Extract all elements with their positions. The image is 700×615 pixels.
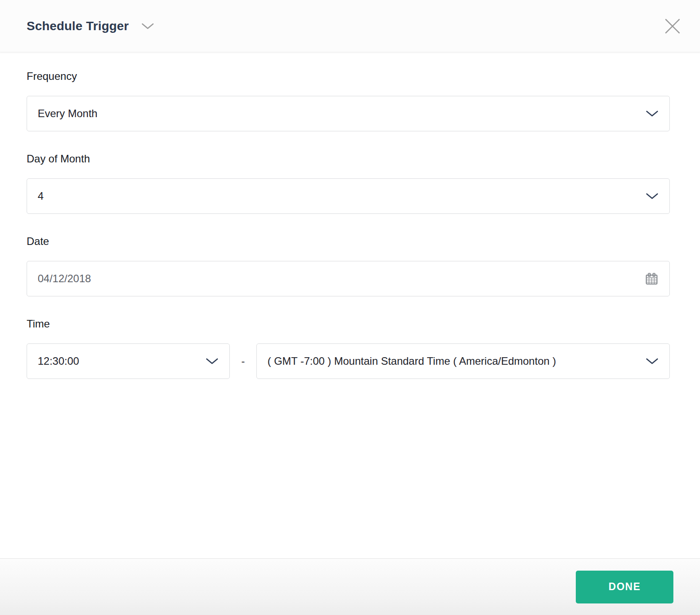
- frequency-section: Frequency Every Month: [27, 70, 670, 131]
- timezone-value: ( GMT -7:00 ) Mountain Standard Time ( A…: [267, 355, 638, 367]
- modal-body: Frequency Every Month Day of Month 4: [0, 52, 700, 558]
- frequency-value: Every Month: [38, 107, 638, 120]
- modal-header: Schedule Trigger: [0, 0, 700, 52]
- time-separator: -: [230, 355, 256, 367]
- date-section: Date 04/12/2018: [27, 235, 670, 296]
- frequency-label: Frequency: [27, 70, 670, 83]
- chevron-down-icon: [205, 357, 219, 365]
- time-section: Time 12:30:00 - ( GMT -7:00 ) Mountain S…: [27, 318, 670, 379]
- day-of-month-select[interactable]: 4: [27, 178, 670, 214]
- time-select[interactable]: 12:30:00: [27, 343, 230, 379]
- timezone-select[interactable]: ( GMT -7:00 ) Mountain Standard Time ( A…: [256, 343, 670, 379]
- time-row: 12:30:00 - ( GMT -7:00 ) Mountain Standa…: [27, 343, 670, 379]
- calendar-icon[interactable]: [645, 272, 659, 286]
- day-of-month-label: Day of Month: [27, 153, 670, 165]
- time-value: 12:30:00: [38, 355, 198, 367]
- done-button[interactable]: DONE: [576, 571, 673, 603]
- close-icon[interactable]: [662, 16, 683, 37]
- chevron-down-icon: [645, 357, 659, 365]
- title-chevron-down-icon[interactable]: [141, 22, 154, 30]
- date-input[interactable]: 04/12/2018: [27, 261, 670, 296]
- chevron-down-icon: [645, 192, 659, 200]
- time-label: Time: [27, 318, 670, 330]
- date-label: Date: [27, 235, 670, 248]
- page-title: Schedule Trigger: [27, 19, 129, 33]
- schedule-trigger-modal: Schedule Trigger Frequency Every Month: [0, 0, 700, 615]
- chevron-down-icon: [645, 110, 659, 118]
- date-value: 04/12/2018: [38, 272, 637, 285]
- day-of-month-section: Day of Month 4: [27, 153, 670, 214]
- frequency-select[interactable]: Every Month: [27, 96, 670, 131]
- modal-footer: DONE: [0, 558, 700, 615]
- day-of-month-value: 4: [38, 190, 638, 202]
